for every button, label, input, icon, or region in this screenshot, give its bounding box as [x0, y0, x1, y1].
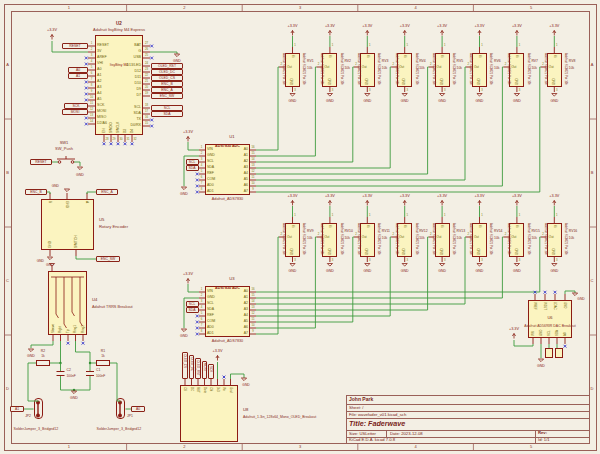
wire[interactable]: [28, 363, 38, 402]
wire[interactable]: [188, 284, 199, 292]
button-contact: [71, 161, 74, 164]
wire[interactable]: [188, 142, 199, 150]
gnd-icon[interactable]: [365, 264, 370, 267]
gnd-icon[interactable]: [181, 329, 186, 332]
gnd-icon[interactable]: [181, 187, 186, 190]
wire[interactable]: [256, 67, 541, 192]
wire[interactable]: [256, 237, 279, 334]
jumper-pad: [36, 414, 40, 418]
gnd-icon[interactable]: [477, 264, 482, 267]
gnd-icon[interactable]: [327, 94, 332, 97]
gnd-icon[interactable]: [365, 94, 370, 97]
wire-layer: [0, 0, 600, 454]
wire[interactable]: [31, 341, 53, 348]
wire[interactable]: [76, 341, 91, 363]
wire[interactable]: [256, 67, 466, 180]
trrs-glyph[interactable]: [80, 277, 83, 326]
trrs-glyph[interactable]: [72, 277, 75, 316]
wire[interactable]: [184, 298, 199, 328]
gnd-icon[interactable]: [552, 264, 557, 267]
gnd-flag-icon[interactable]: [572, 293, 577, 296]
wire[interactable]: [256, 67, 429, 174]
schematic-sheet: U2Adafruit ItsyBitsy M4 ExpressItsyBitsy…: [0, 0, 600, 454]
trrs-glyph[interactable]: [56, 277, 59, 318]
wire[interactable]: [256, 67, 279, 150]
gnd-icon[interactable]: [77, 167, 82, 170]
wire[interactable]: [52, 41, 88, 52]
gnd-icon[interactable]: [327, 264, 332, 267]
gnd-icon[interactable]: [514, 94, 519, 97]
wire[interactable]: [256, 237, 466, 304]
wire[interactable]: [74, 162, 80, 166]
trrs-glyph[interactable]: [64, 277, 67, 328]
gnd-flag-icon[interactable]: [241, 378, 246, 381]
wire[interactable]: [87, 192, 96, 194]
gnd-icon[interactable]: [402, 94, 407, 97]
gnd-icon[interactable]: [47, 257, 52, 260]
gnd-icon[interactable]: [402, 264, 407, 267]
wire[interactable]: [76, 256, 96, 259]
gnd-icon[interactable]: [477, 94, 482, 97]
wire[interactable]: [61, 376, 75, 390]
gnd-icon[interactable]: [552, 94, 557, 97]
wire[interactable]: [150, 52, 177, 54]
wire[interactable]: [514, 340, 533, 346]
wire[interactable]: [256, 237, 316, 328]
wire[interactable]: [74, 376, 90, 390]
gnd-flag-icon[interactable]: [64, 189, 69, 192]
gnd-icon[interactable]: [440, 94, 445, 97]
wire[interactable]: [117, 363, 120, 402]
gnd-icon[interactable]: [514, 264, 519, 267]
button-contact: [58, 161, 61, 164]
wire[interactable]: [256, 237, 503, 298]
gnd-icon[interactable]: [538, 359, 543, 362]
gnd-icon[interactable]: [440, 264, 445, 267]
gnd-icon[interactable]: [290, 264, 295, 267]
wire[interactable]: [256, 67, 391, 168]
gnd-flag-icon[interactable]: [174, 54, 179, 57]
wire[interactable]: [256, 237, 354, 322]
wire[interactable]: [47, 192, 50, 194]
wire[interactable]: [256, 237, 541, 292]
jumper-pad: [118, 414, 122, 418]
wire[interactable]: [256, 67, 354, 162]
gnd-icon[interactable]: [28, 349, 33, 352]
gnd-flag-icon[interactable]: [49, 264, 54, 267]
gnd-icon[interactable]: [71, 391, 76, 394]
wire[interactable]: [256, 67, 316, 156]
wire[interactable]: [256, 237, 429, 310]
gnd-icon[interactable]: [290, 94, 295, 97]
wire[interactable]: [184, 156, 199, 186]
